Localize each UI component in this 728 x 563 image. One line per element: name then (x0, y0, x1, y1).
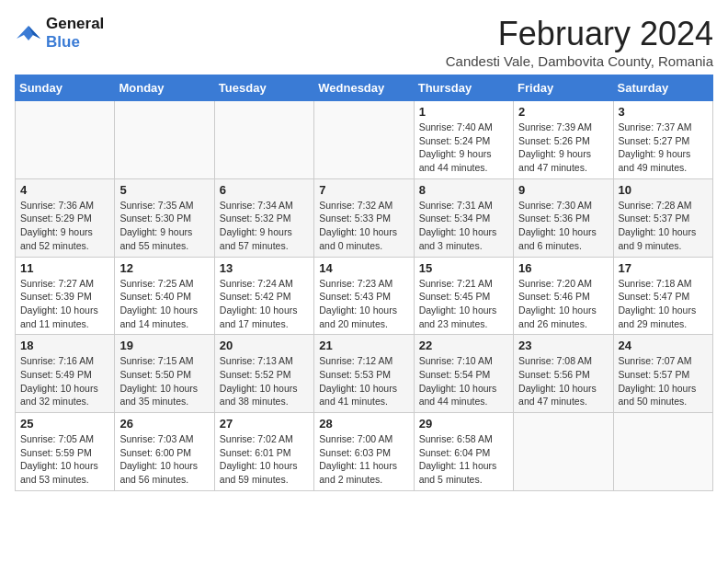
day-number: 12 (119, 261, 209, 275)
day-info: Sunrise: 7:23 AM Sunset: 5:43 PM Dayligh… (319, 277, 408, 331)
table-row: 8Sunrise: 7:31 AM Sunset: 5:34 PM Daylig… (414, 178, 513, 257)
table-row: 17Sunrise: 7:18 AM Sunset: 5:47 PM Dayli… (613, 257, 712, 335)
day-number: 2 (518, 105, 608, 119)
table-row: 25Sunrise: 7:05 AM Sunset: 5:59 PM Dayli… (16, 413, 115, 491)
table-row: 21Sunrise: 7:12 AM Sunset: 5:53 PM Dayli… (314, 335, 414, 413)
day-number: 29 (419, 417, 508, 431)
day-number: 28 (319, 417, 408, 431)
table-row: 23Sunrise: 7:08 AM Sunset: 5:56 PM Dayli… (514, 335, 613, 413)
table-row: 12Sunrise: 7:25 AM Sunset: 5:40 PM Dayli… (115, 257, 214, 335)
calendar-header-row: Sunday Monday Tuesday Wednesday Thursday… (16, 75, 713, 101)
table-row (514, 413, 613, 491)
table-row: 28Sunrise: 7:00 AM Sunset: 6:03 PM Dayli… (314, 413, 414, 491)
table-row: 20Sunrise: 7:13 AM Sunset: 5:52 PM Dayli… (214, 335, 313, 413)
table-row (613, 413, 712, 491)
day-info: Sunrise: 7:30 AM Sunset: 5:36 PM Dayligh… (518, 199, 608, 253)
table-row (314, 101, 414, 179)
day-number: 5 (119, 183, 209, 197)
day-info: Sunrise: 7:02 AM Sunset: 6:01 PM Dayligh… (220, 432, 309, 487)
day-info: Sunrise: 7:32 AM Sunset: 5:33 PM Dayligh… (319, 199, 408, 253)
day-info: Sunrise: 7:10 AM Sunset: 5:54 PM Dayligh… (419, 354, 508, 408)
day-info: Sunrise: 7:03 AM Sunset: 6:00 PM Dayligh… (119, 432, 209, 487)
col-monday: Monday (115, 75, 214, 101)
logo: General Blue (15, 15, 104, 51)
table-row: 24Sunrise: 7:07 AM Sunset: 5:57 PM Dayli… (613, 335, 712, 413)
day-number: 1 (419, 105, 508, 119)
day-number: 17 (619, 261, 708, 275)
day-number: 19 (119, 339, 209, 352)
table-row: 13Sunrise: 7:24 AM Sunset: 5:42 PM Dayli… (214, 257, 313, 335)
table-row: 1Sunrise: 7:40 AM Sunset: 5:24 PM Daylig… (414, 101, 513, 179)
col-sunday: Sunday (16, 75, 115, 101)
day-number: 25 (20, 417, 109, 431)
table-row: 2Sunrise: 7:39 AM Sunset: 5:26 PM Daylig… (514, 101, 613, 179)
title-block: February 2024 Candesti Vale, Dambovita C… (446, 15, 713, 69)
table-row: 16Sunrise: 7:20 AM Sunset: 5:46 PM Dayli… (514, 257, 613, 335)
day-number: 10 (619, 183, 708, 197)
location-subtitle: Candesti Vale, Dambovita County, Romania (446, 53, 713, 69)
day-info: Sunrise: 7:25 AM Sunset: 5:40 PM Dayligh… (119, 277, 209, 331)
calendar-week-row: 1Sunrise: 7:40 AM Sunset: 5:24 PM Daylig… (16, 101, 713, 179)
table-row: 27Sunrise: 7:02 AM Sunset: 6:01 PM Dayli… (214, 413, 313, 491)
day-number: 24 (619, 339, 708, 352)
day-number: 18 (20, 339, 109, 352)
table-row: 11Sunrise: 7:27 AM Sunset: 5:39 PM Dayli… (16, 257, 115, 335)
day-info: Sunrise: 7:07 AM Sunset: 5:57 PM Dayligh… (619, 354, 708, 408)
col-tuesday: Tuesday (214, 75, 313, 101)
logo-text: General Blue (46, 15, 104, 51)
col-friday: Friday (514, 75, 613, 101)
calendar-week-row: 4Sunrise: 7:36 AM Sunset: 5:29 PM Daylig… (16, 178, 713, 257)
day-info: Sunrise: 7:31 AM Sunset: 5:34 PM Dayligh… (419, 199, 508, 253)
col-wednesday: Wednesday (314, 75, 414, 101)
day-info: Sunrise: 7:08 AM Sunset: 5:56 PM Dayligh… (518, 354, 608, 408)
table-row: 3Sunrise: 7:37 AM Sunset: 5:27 PM Daylig… (613, 101, 712, 179)
table-row: 9Sunrise: 7:30 AM Sunset: 5:36 PM Daylig… (514, 178, 613, 257)
table-row (16, 101, 115, 179)
table-row: 18Sunrise: 7:16 AM Sunset: 5:49 PM Dayli… (16, 335, 115, 413)
day-number: 16 (518, 261, 608, 275)
day-info: Sunrise: 7:20 AM Sunset: 5:46 PM Dayligh… (518, 277, 608, 331)
table-row (214, 101, 313, 179)
table-row: 5Sunrise: 7:35 AM Sunset: 5:30 PM Daylig… (115, 178, 214, 257)
page-header: General Blue February 2024 Candesti Vale… (15, 15, 713, 69)
day-number: 9 (518, 183, 608, 197)
day-number: 22 (419, 339, 508, 352)
table-row: 7Sunrise: 7:32 AM Sunset: 5:33 PM Daylig… (314, 178, 414, 257)
table-row: 26Sunrise: 7:03 AM Sunset: 6:00 PM Dayli… (115, 413, 214, 491)
day-number: 8 (419, 183, 508, 197)
day-info: Sunrise: 7:36 AM Sunset: 5:29 PM Dayligh… (20, 199, 109, 253)
table-row: 6Sunrise: 7:34 AM Sunset: 5:32 PM Daylig… (214, 178, 313, 257)
day-info: Sunrise: 7:21 AM Sunset: 5:45 PM Dayligh… (419, 277, 508, 331)
day-number: 4 (20, 183, 109, 197)
day-info: Sunrise: 7:15 AM Sunset: 5:50 PM Dayligh… (119, 354, 209, 408)
day-info: Sunrise: 7:12 AM Sunset: 5:53 PM Dayligh… (319, 354, 408, 408)
day-info: Sunrise: 7:13 AM Sunset: 5:52 PM Dayligh… (220, 354, 309, 408)
table-row (115, 101, 214, 179)
calendar-week-row: 18Sunrise: 7:16 AM Sunset: 5:49 PM Dayli… (16, 335, 713, 413)
day-number: 15 (419, 261, 508, 275)
col-thursday: Thursday (414, 75, 513, 101)
day-number: 7 (319, 183, 408, 197)
day-number: 13 (220, 261, 309, 275)
day-info: Sunrise: 7:24 AM Sunset: 5:42 PM Dayligh… (220, 277, 309, 331)
day-number: 3 (619, 105, 708, 119)
day-info: Sunrise: 7:18 AM Sunset: 5:47 PM Dayligh… (619, 277, 708, 331)
table-row: 4Sunrise: 7:36 AM Sunset: 5:29 PM Daylig… (16, 178, 115, 257)
day-number: 23 (518, 339, 608, 352)
day-info: Sunrise: 7:27 AM Sunset: 5:39 PM Dayligh… (20, 277, 109, 331)
day-number: 14 (319, 261, 408, 275)
calendar-week-row: 11Sunrise: 7:27 AM Sunset: 5:39 PM Dayli… (16, 257, 713, 335)
day-info: Sunrise: 7:39 AM Sunset: 5:26 PM Dayligh… (518, 121, 608, 175)
day-number: 20 (220, 339, 309, 352)
table-row: 19Sunrise: 7:15 AM Sunset: 5:50 PM Dayli… (115, 335, 214, 413)
day-info: Sunrise: 7:05 AM Sunset: 5:59 PM Dayligh… (20, 432, 109, 487)
day-info: Sunrise: 7:28 AM Sunset: 5:37 PM Dayligh… (619, 199, 708, 253)
day-number: 11 (20, 261, 109, 275)
table-row: 29Sunrise: 6:58 AM Sunset: 6:04 PM Dayli… (414, 413, 513, 491)
month-title: February 2024 (446, 15, 713, 53)
day-number: 27 (220, 417, 309, 431)
svg-marker-0 (17, 26, 40, 40)
day-info: Sunrise: 7:00 AM Sunset: 6:03 PM Dayligh… (319, 432, 408, 487)
calendar-table: Sunday Monday Tuesday Wednesday Thursday… (15, 75, 713, 491)
day-info: Sunrise: 7:34 AM Sunset: 5:32 PM Dayligh… (220, 199, 309, 253)
